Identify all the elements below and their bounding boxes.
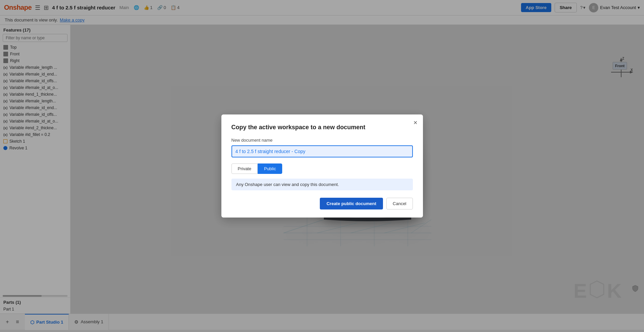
- visibility-info: Any Onshape user can view and copy this …: [231, 179, 413, 190]
- modal-title: Copy the active workspace to a new docum…: [231, 124, 413, 131]
- modal-actions: Create public document Cancel: [231, 198, 413, 209]
- visibility-public-button[interactable]: Public: [258, 163, 282, 174]
- modal-overlay[interactable]: × Copy the active workspace to a new doc…: [0, 0, 644, 332]
- visibility-private-button[interactable]: Private: [231, 163, 258, 174]
- visibility-toggle: Private Public: [231, 163, 413, 174]
- document-name-input[interactable]: [231, 145, 413, 157]
- copy-document-modal: × Copy the active workspace to a new doc…: [221, 114, 423, 218]
- document-name-label: New document name: [231, 138, 413, 143]
- modal-close-button[interactable]: ×: [414, 119, 418, 126]
- cancel-button[interactable]: Cancel: [386, 198, 413, 209]
- create-document-button[interactable]: Create public document: [320, 198, 383, 209]
